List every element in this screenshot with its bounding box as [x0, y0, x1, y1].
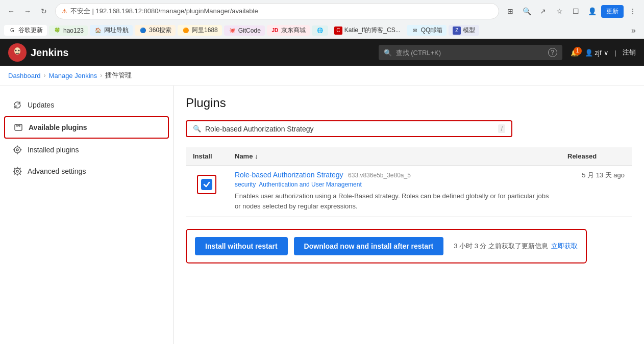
advanced-settings-icon — [12, 166, 22, 176]
more-options-button[interactable]: ⋮ — [626, 4, 640, 18]
install-without-restart-button[interactable]: Install without restart — [195, 237, 288, 255]
plugin-tag-security[interactable]: security — [235, 181, 256, 188]
reload-button[interactable]: ↻ — [37, 4, 51, 18]
bookmark-addr-icon: 🏠 — [94, 27, 102, 35]
checkbox-cell — [193, 171, 220, 198]
bookmark-addr[interactable]: 🏠 网址导航 — [90, 25, 133, 36]
logout-button[interactable]: 注销 — [623, 48, 636, 57]
bookmark-qq[interactable]: ✉ QQ邮箱 — [407, 25, 447, 36]
browser-nav-buttons: ← → ↻ — [4, 4, 51, 18]
bookmark-globe[interactable]: 🌐 — [312, 25, 328, 36]
breadcrumb-dashboard[interactable]: Dashboard — [8, 72, 41, 80]
update-info-text: 3 小时 3 分 之前获取了更新信息 — [454, 242, 548, 251]
breadcrumb-current: 插件管理 — [105, 71, 132, 80]
download-and-install-button[interactable]: Download now and install after restart — [294, 237, 444, 255]
profile-button[interactable]: 👤 — [585, 4, 599, 18]
bookmark-qq-label: QQ邮箱 — [421, 26, 443, 35]
bookmark-git-icon: 🐙 — [228, 27, 236, 35]
jenkins-title: Jenkins — [31, 47, 68, 59]
bookmark-ali[interactable]: 🟠 阿里1688 — [178, 25, 222, 36]
bookmark-model[interactable]: Z 模型 — [449, 25, 479, 36]
plugin-description: Enables user authorization using a Role-… — [235, 191, 553, 211]
bookmark-ali-label: 阿里1688 — [192, 26, 218, 35]
bookmark-hao[interactable]: 🍀 hao123 — [49, 25, 88, 36]
sidebar-updates-label: Updates — [28, 101, 54, 109]
zoom-button[interactable]: 🔍 — [519, 4, 534, 18]
bookmark-jd-label: 京东商城 — [281, 26, 306, 35]
jenkins-search-input[interactable] — [396, 49, 544, 57]
svg-point-3 — [18, 50, 20, 51]
bookmark-360[interactable]: 🔵 360搜索 — [135, 25, 176, 36]
plugin-name-link[interactable]: Role-based Authorization Strategy — [235, 171, 343, 179]
sidebar: Updates Available plugins Installed plug… — [0, 86, 174, 344]
breadcrumb-sep-2: › — [100, 72, 102, 79]
sidebar-installed-label: Installed plugins — [28, 146, 79, 154]
breadcrumb-manage-jenkins[interactable]: Manage Jenkins — [49, 72, 97, 80]
user-menu[interactable]: 👤 zjf ∨ — [585, 49, 609, 57]
search-icon: 🔍 — [384, 49, 392, 57]
plugin-search-box[interactable]: 🔍 / — [186, 120, 512, 137]
plugin-search-icon: 🔍 — [193, 125, 201, 133]
bookmark-csdn[interactable]: C Katie_ff的博客_CS... — [330, 25, 405, 36]
sidebar-advanced-label: Advanced settings — [28, 167, 86, 175]
header-actions: 🔔 1 👤 zjf ∨ | 注销 — [571, 48, 636, 57]
bookmark-hao-icon: 🍀 — [53, 27, 61, 35]
translate-button[interactable]: ⊞ — [503, 4, 517, 18]
bookmark-globe-icon: 🌐 — [316, 27, 324, 35]
plugin-tags: security Authentication and User Managem… — [235, 181, 553, 188]
sidebar-item-advanced[interactable]: Advanced settings — [4, 161, 169, 181]
plugin-checkbox[interactable] — [201, 179, 212, 190]
bookmarks-bar: G 谷歌更新 🍀 hao123 🏠 网址导航 🔵 360搜索 🟠 阿里1688 … — [0, 22, 644, 39]
jenkins-logo-icon — [8, 43, 27, 62]
bookmark-hao-label: hao123 — [63, 27, 84, 34]
bookmark-ali-icon: 🟠 — [182, 27, 190, 35]
checkbox-wrapper — [197, 175, 216, 194]
plugin-search-input[interactable] — [205, 125, 494, 133]
svg-point-8 — [16, 170, 18, 172]
browser-toolbar: ← → ↻ ⚠ 不安全 | 192.168.198.12:8080/manage… — [0, 0, 644, 22]
svg-point-6 — [16, 149, 18, 151]
action-buttons-container: Install without restart Download now and… — [186, 229, 587, 263]
bookmark-jd-icon: JD — [271, 27, 279, 35]
sidebar-item-available[interactable]: Available plugins — [4, 116, 169, 139]
search-slash-hint: / — [498, 124, 505, 133]
update-browser-button[interactable]: 更新 — [601, 5, 624, 18]
plugin-tag-auth[interactable]: Authentication and User Management — [259, 181, 361, 188]
notification-bell[interactable]: 🔔 1 — [571, 49, 579, 57]
svg-point-7 — [14, 168, 20, 174]
search-help-icon[interactable]: ? — [548, 48, 557, 57]
col-header-name[interactable]: Name ↓ — [228, 147, 560, 166]
forward-button[interactable]: → — [20, 4, 35, 18]
bookmark-git[interactable]: 🐙 GitCode — [224, 25, 265, 36]
bookmark-csdn-icon: C — [334, 27, 342, 35]
bookmark-google-label: 谷歌更新 — [18, 26, 43, 35]
update-now-link[interactable]: 立即获取 — [551, 242, 578, 251]
col-header-released: Released — [560, 147, 632, 166]
jenkins-search-box[interactable]: 🔍 ? — [379, 45, 562, 60]
bookmark-csdn-label: Katie_ff的博客_CS... — [344, 26, 401, 35]
bookmark-google[interactable]: G 谷歌更新 — [4, 25, 47, 36]
bookmark-addr-label: 网址导航 — [104, 26, 129, 35]
col-header-install: Install — [186, 147, 228, 166]
svg-point-2 — [15, 50, 17, 51]
install-cell — [186, 166, 228, 217]
plugin-version: 633.v836e5b_3e80a_5 — [348, 172, 411, 179]
sidebar-item-updates[interactable]: Updates — [4, 95, 169, 115]
window-button[interactable]: ☐ — [568, 4, 583, 18]
table-row: Role-based Authorization Strategy 633.v8… — [186, 166, 632, 217]
sidebar-item-installed[interactable]: Installed plugins — [4, 140, 169, 160]
action-area: Install without restart Download now and… — [186, 229, 632, 263]
user-avatar-icon: 👤 — [585, 49, 593, 57]
share-button[interactable]: ↗ — [536, 4, 550, 18]
bookmark-qq-icon: ✉ — [411, 27, 419, 35]
table-header-row: Install Name ↓ Released — [186, 147, 632, 166]
address-bar[interactable]: ⚠ 不安全 | 192.168.198.12:8080/manage/plugi… — [55, 3, 499, 19]
bookmark-button[interactable]: ☆ — [552, 4, 566, 18]
back-button[interactable]: ← — [4, 4, 18, 18]
content-area: Plugins 🔍 / Install Name ↓ Released — [174, 86, 644, 344]
jenkins-logo[interactable]: Jenkins — [8, 43, 68, 62]
bookmark-jd[interactable]: JD 京东商城 — [267, 25, 310, 36]
more-bookmarks-button[interactable]: » — [627, 25, 640, 36]
plugin-name-cell: Role-based Authorization Strategy 633.v8… — [228, 166, 560, 217]
bookmark-model-label: 模型 — [463, 26, 475, 35]
